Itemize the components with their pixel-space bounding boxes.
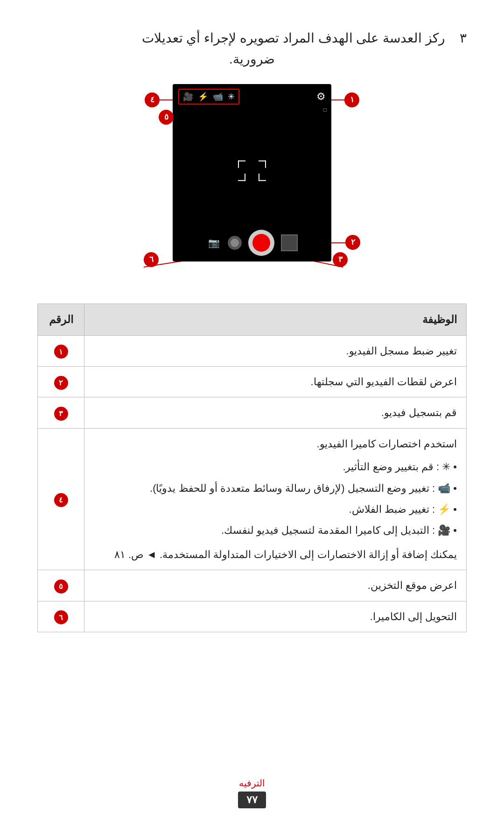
camera-shortcuts-bar: ✳ 📹 ⚡ 🎥 (178, 89, 239, 105)
badge-1: ١ (344, 92, 359, 107)
table-row: استخدم اختصارات كاميرا الفيديو. ✳ : قم ب… (38, 428, 467, 570)
mic-button-inner (231, 239, 239, 247)
num-badge-3: ٣ (54, 407, 68, 421)
col-function-header: الوظيفة (84, 304, 467, 335)
record-button[interactable] (248, 230, 274, 256)
info-table: الوظيفة الرقم تغيير ضبط مسجل الفيديو. ١ … (37, 304, 467, 632)
table-row: تغيير ضبط مسجل الفيديو. ١ (38, 335, 467, 366)
bullet-item: ✳ : قم بتغيير وضع التأثير. (94, 456, 457, 477)
table-row: اعرض موقع التخزين. ٥ (38, 570, 467, 601)
camera-top-bar: ⚙ ✳ 📹 ⚡ 🎥 (173, 89, 331, 105)
num-badge-5: ٥ (54, 580, 68, 594)
camera-mockup: ⚙ ✳ 📹 ⚡ 🎥 □ (140, 84, 364, 280)
effect-icon: ✳ (228, 92, 235, 102)
switch-camera-button[interactable]: 📷 (206, 235, 221, 250)
row4-number: ٤ (38, 428, 84, 570)
num-badge-2: ٢ (54, 376, 68, 390)
badge-2: ٢ (345, 235, 360, 250)
table-row: قم بتسجيل فيديو. ٣ (38, 397, 467, 428)
row4-main-text: استخدم اختصارات كاميرا الفيديو. (317, 438, 457, 450)
camera-bottom-bar: 📷 (173, 230, 331, 256)
record-button-inner (252, 234, 270, 252)
row1-function: تغيير ضبط مسجل الفيديو. (84, 335, 467, 366)
row4-bullets: ✳ : قم بتغيير وضع التأثير. 📹 : تغيير وضع… (94, 456, 457, 541)
num-badge-6: ٦ (54, 610, 68, 624)
camera-screen: ⚙ ✳ 📹 ⚡ 🎥 □ (173, 84, 331, 262)
record-mode-icon: 📹 (213, 92, 223, 102)
page-number: ٧٧ (238, 792, 266, 808)
flash-icon: ⚡ (198, 92, 208, 102)
footer-label: الترفيه (239, 778, 265, 789)
badge-4: ٤ (145, 92, 160, 107)
badge-5: ٥ (159, 110, 174, 125)
mic-button[interactable] (228, 236, 242, 250)
bullet-item: 🎥 : التبديل إلى كاميرا المقدمة لتسجيل في… (94, 520, 457, 541)
row3-number: ٣ (38, 397, 84, 428)
bullet-item: ⚡ : تغيير ضبط الفلاش. (94, 499, 457, 520)
focus-brackets (238, 160, 266, 181)
step-text: ٣ ركز العدسة على الهدف المراد تصويره لإج… (37, 28, 467, 49)
bullet-item: 📹 : تغيير وضع التسجيل (لإرفاق رسالة وسائ… (94, 478, 457, 499)
row6-number: ٦ (38, 601, 84, 632)
settings-icon: ⚙ (316, 91, 326, 103)
badge-3: ٣ (333, 252, 348, 267)
table-row: اعرض لقطات الفيديو التي سجلتها. ٢ (38, 367, 467, 397)
num-badge-1: ١ (54, 345, 68, 359)
row5-function: اعرض موقع التخزين. (84, 570, 467, 601)
front-camera-icon: 🎥 (183, 92, 193, 102)
col-number-header: الرقم (38, 304, 84, 335)
row4-function: استخدم اختصارات كاميرا الفيديو. ✳ : قم ب… (84, 428, 467, 570)
num-badge-4: ٤ (54, 493, 68, 507)
row6-function: التحويل إلى الكاميرا. (84, 601, 467, 632)
row2-number: ٢ (38, 367, 84, 397)
row3-function: قم بتسجيل فيديو. (84, 397, 467, 428)
step-header: ٣ ركز العدسة على الهدف المراد تصويره لإج… (37, 28, 467, 70)
page-container: ٣ ركز العدسة على الهدف المراد تصويره لإج… (0, 0, 504, 827)
step-text-line2: ضرورية. (37, 49, 467, 70)
step-number: ٣ (460, 31, 467, 45)
step-text-line1: ركز العدسة على الهدف المراد تصويره لإجرا… (142, 31, 445, 45)
storage-indicator: □ (323, 106, 327, 113)
row2-function: اعرض لقطات الفيديو التي سجلتها. (84, 367, 467, 397)
focus-brackets-bottom (238, 173, 266, 181)
gallery-thumbnail (281, 234, 298, 251)
badge-6: ٦ (144, 252, 159, 267)
row5-number: ٥ (38, 570, 84, 601)
page-footer: الترفيه ٧٧ (238, 759, 266, 808)
row1-number: ١ (38, 335, 84, 366)
table-row: التحويل إلى الكاميرا. ٦ (38, 601, 467, 632)
table-header-row: الوظيفة الرقم (38, 304, 467, 335)
row4-extra-text: يمكنك إضافة أو إزالة الاختصارات إلى الاخ… (94, 546, 457, 563)
